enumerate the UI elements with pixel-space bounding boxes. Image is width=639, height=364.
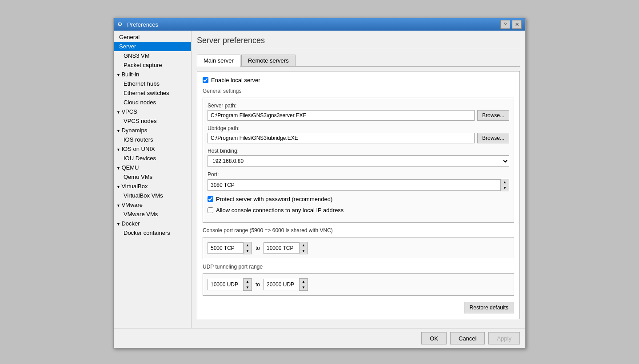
sidebar-item-qemu[interactable]: QEMU — [114, 163, 191, 172]
sidebar-item-packet-capture[interactable]: Packet capture — [114, 60, 191, 70]
port-spinbox-wrapper: ▲ ▼ — [208, 179, 509, 191]
console-to-spinbox-buttons: ▲ ▼ — [299, 242, 308, 254]
sidebar-item-vpcs[interactable]: VPCS — [114, 107, 191, 116]
server-path-browse-button[interactable]: Browse... — [477, 110, 509, 121]
ubridge-path-browse-button[interactable]: Browse... — [477, 133, 509, 143]
app-icon: ⚙ — [117, 21, 124, 28]
tabs: Main server Remote servers — [197, 55, 520, 67]
enable-local-server-row: Enable local server — [203, 77, 514, 83]
sidebar-item-docker[interactable]: Docker — [114, 219, 191, 228]
sidebar-item-ios-routers[interactable]: IOS routers — [114, 135, 191, 144]
sidebar-item-server[interactable]: Server — [114, 42, 191, 51]
bottom-bar: OK Cancel Apply — [114, 328, 525, 348]
udp-to-decrement[interactable]: ▼ — [300, 285, 308, 290]
host-binding-label: Host binding: — [208, 148, 509, 154]
restore-defaults-container: Restore defaults — [203, 300, 514, 313]
sidebar-item-iou-devices[interactable]: IOU Devices — [114, 154, 191, 163]
preferences-window: ⚙ Preferences ? ✕ General Server GNS3 VM… — [113, 18, 526, 348]
sidebar-item-builtin[interactable]: Built-in — [114, 70, 191, 79]
title-bar-buttons: ? ✕ — [500, 20, 522, 29]
tab-main-server[interactable]: Main server — [197, 55, 240, 67]
udp-range-label: UDP tunneling port range — [203, 264, 514, 270]
udp-from-increment[interactable]: ▲ — [244, 279, 252, 285]
console-from-increment[interactable]: ▲ — [244, 242, 252, 248]
sidebar-item-dynamips[interactable]: Dynamips — [114, 126, 191, 135]
console-to-input[interactable] — [264, 242, 299, 254]
udp-to-input[interactable] — [264, 279, 299, 290]
protect-server-label: Protect server with password (recommende… — [216, 196, 332, 202]
port-spinbox-buttons: ▲ ▼ — [500, 179, 509, 191]
apply-button[interactable]: Apply — [488, 332, 520, 344]
content-panel: Enable local server General settings Ser… — [197, 71, 520, 319]
page-title: Server preferences — [197, 36, 520, 49]
help-button[interactable]: ? — [500, 20, 510, 29]
console-to-increment[interactable]: ▲ — [300, 242, 308, 248]
main-content: Server preferences Main server Remote se… — [192, 31, 525, 328]
udp-from-spinbox: ▲ ▼ — [208, 278, 252, 291]
udp-from-decrement[interactable]: ▼ — [244, 285, 252, 290]
settings-box: Server path: Browse... Ubridge path: Bro… — [203, 98, 514, 223]
sidebar-item-ethernet-hubs[interactable]: Ethernet hubs — [114, 79, 191, 88]
console-range-row: ▲ ▼ to ▲ ▼ — [208, 242, 509, 254]
port-label: Port: — [208, 171, 509, 178]
port-input[interactable] — [208, 179, 500, 191]
protect-server-row: Protect server with password (recommende… — [208, 196, 509, 202]
udp-range-row: ▲ ▼ to ▲ ▼ — [208, 278, 509, 291]
sidebar-item-virtualbox-vms[interactable]: VirtualBox VMs — [114, 191, 191, 200]
sidebar-item-general[interactable]: General — [114, 32, 191, 42]
sidebar-item-vmware-vms[interactable]: VMware VMs — [114, 210, 191, 219]
sidebar: General Server GNS3 VM Packet capture Bu… — [114, 31, 192, 328]
console-from-decrement[interactable]: ▼ — [244, 248, 252, 254]
sidebar-item-virtualbox[interactable]: VirtualBox — [114, 182, 191, 191]
udp-from-spinbox-buttons: ▲ ▼ — [243, 278, 252, 291]
allow-console-label: Allow console connections to any local I… — [216, 207, 343, 214]
udp-range-to-label: to — [256, 281, 260, 288]
sidebar-item-docker-containers[interactable]: Docker containers — [114, 228, 191, 237]
ubridge-path-label: Ubridge path: — [208, 125, 509, 131]
sidebar-item-vmware[interactable]: VMware — [114, 200, 191, 210]
console-from-input[interactable] — [208, 242, 243, 254]
server-path-label: Server path: — [208, 103, 509, 109]
udp-to-increment[interactable]: ▲ — [300, 279, 308, 285]
host-binding-row: 192.168.0.80 127.0.0.1 0.0.0.0 — [208, 155, 509, 167]
udp-range-box: ▲ ▼ to ▲ ▼ — [203, 273, 514, 296]
port-increment-button[interactable]: ▲ — [501, 179, 509, 185]
console-range-to-label: to — [256, 245, 260, 251]
console-from-spinbox: ▲ ▼ — [208, 242, 252, 254]
host-binding-select[interactable]: 192.168.0.80 127.0.0.1 0.0.0.0 — [208, 155, 509, 167]
restore-defaults-button[interactable]: Restore defaults — [464, 302, 514, 313]
title-bar-left: ⚙ Preferences — [117, 21, 158, 28]
sidebar-item-cloud-nodes[interactable]: Cloud nodes — [114, 98, 191, 107]
sidebar-item-ethernet-switches[interactable]: Ethernet switches — [114, 88, 191, 98]
console-range-box: ▲ ▼ to ▲ ▼ — [203, 237, 514, 259]
enable-local-server-label: Enable local server — [211, 77, 260, 83]
allow-console-checkbox[interactable] — [208, 207, 213, 213]
protect-server-checkbox[interactable] — [208, 196, 213, 202]
console-to-decrement[interactable]: ▼ — [300, 248, 308, 254]
console-to-spinbox: ▲ ▼ — [264, 242, 308, 254]
sidebar-item-gns3vm[interactable]: GNS3 VM — [114, 51, 191, 60]
sidebar-item-vpcs-nodes[interactable]: VPCS nodes — [114, 116, 191, 126]
udp-to-spinbox-buttons: ▲ ▼ — [299, 278, 308, 291]
general-settings-label: General settings — [203, 88, 514, 94]
window-title: Preferences — [127, 21, 158, 28]
enable-local-server-checkbox[interactable] — [203, 77, 208, 83]
ok-button[interactable]: OK — [421, 332, 447, 344]
ubridge-path-row: Browse... — [208, 133, 509, 143]
close-button[interactable]: ✕ — [512, 20, 522, 29]
console-from-spinbox-buttons: ▲ ▼ — [243, 242, 252, 254]
udp-to-spinbox: ▲ ▼ — [264, 278, 308, 291]
window-content: General Server GNS3 VM Packet capture Bu… — [114, 31, 525, 328]
port-decrement-button[interactable]: ▼ — [501, 185, 509, 191]
cancel-button[interactable]: Cancel — [450, 332, 485, 344]
port-row: ▲ ▼ — [208, 179, 509, 191]
sidebar-item-ios-on-unix[interactable]: IOS on UNIX — [114, 144, 191, 154]
udp-from-input[interactable] — [208, 279, 243, 290]
sidebar-item-qemu-vms[interactable]: Qemu VMs — [114, 172, 191, 182]
title-bar: ⚙ Preferences ? ✕ — [114, 18, 525, 31]
ubridge-path-input[interactable] — [208, 133, 475, 143]
console-range-label: Console port range (5900 => 6000 is shar… — [203, 227, 514, 233]
tab-remote-servers[interactable]: Remote servers — [241, 55, 296, 67]
server-path-input[interactable] — [208, 110, 475, 121]
server-path-row: Browse... — [208, 110, 509, 121]
